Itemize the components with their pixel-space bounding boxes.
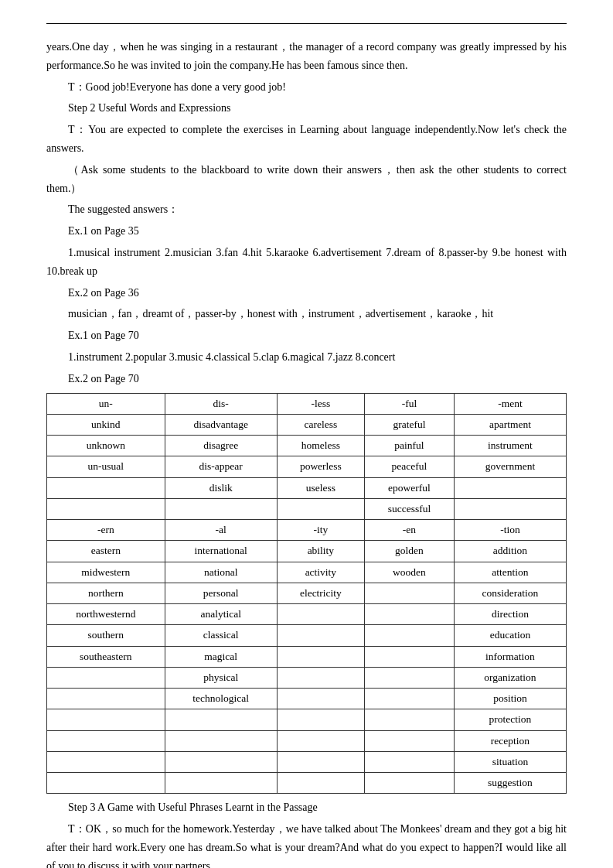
- table-cell: [165, 730, 277, 751]
- table-cell: [47, 709, 165, 730]
- table-cell: eastern: [47, 541, 165, 562]
- table-cell: classical: [165, 625, 277, 646]
- table-cell: apartment: [454, 414, 566, 435]
- ex1-p35-content: 1.musical instrument 2.musician 3.fan 4.…: [46, 244, 567, 281]
- table-cell: [165, 498, 277, 519]
- table-cell: dis-: [165, 393, 277, 414]
- table-cell: southeastern: [47, 646, 165, 667]
- table-cell: ability: [277, 541, 364, 562]
- ex1-p70-title: Ex.1 on Page 70: [46, 326, 567, 345]
- table-cell: -ment: [454, 393, 566, 414]
- table-cell: unknown: [47, 436, 165, 456]
- table-cell: [277, 625, 364, 646]
- table-cell: instrument: [454, 436, 566, 456]
- table-cell: -tion: [454, 520, 566, 541]
- table-cell: powerless: [277, 456, 364, 477]
- table-cell: addition: [454, 541, 566, 562]
- table-cell: activity: [277, 562, 364, 583]
- table-cell: personal: [165, 583, 277, 603]
- table-cell: government: [454, 456, 566, 477]
- table-cell: [47, 477, 165, 498]
- table-cell: [365, 625, 455, 646]
- table-cell: [277, 773, 364, 794]
- table-cell: [365, 583, 455, 603]
- table-cell: [47, 689, 165, 709]
- table-cell: [365, 751, 455, 772]
- table-cell: un-usual: [47, 456, 165, 477]
- t3-line: T：OK，so much for the homework.Yesterday，…: [46, 820, 567, 868]
- table-cell: physical: [165, 667, 277, 688]
- table-cell: analytical: [165, 604, 277, 625]
- table-cell: electricity: [277, 583, 364, 603]
- table-cell: dis-appear: [165, 456, 277, 477]
- suggested-answers-label: The suggested answers：: [46, 200, 567, 219]
- table-cell: [47, 773, 165, 794]
- ex1-p70-content: 1.instrument 2.popular 3.music 4.classic…: [46, 348, 567, 367]
- table-cell: grateful: [365, 414, 455, 435]
- table-cell: position: [454, 689, 566, 709]
- ex1-p35-title: Ex.1 on Page 35: [46, 222, 567, 241]
- table-cell: [277, 709, 364, 730]
- table-cell: direction: [454, 604, 566, 625]
- table-cell: [277, 730, 364, 751]
- table-cell: painful: [365, 436, 455, 456]
- table-cell: situation: [454, 751, 566, 772]
- t1-line: T：Good job!Everyone has done a very good…: [46, 78, 567, 97]
- table-cell: southern: [47, 625, 165, 646]
- table-cell: consideration: [454, 583, 566, 603]
- table-cell: [165, 751, 277, 772]
- table-cell: [165, 773, 277, 794]
- table-cell: disagree: [165, 436, 277, 456]
- table-cell: disadvantage: [165, 414, 277, 435]
- top-divider: [46, 23, 567, 24]
- table-cell: [454, 498, 566, 519]
- table-cell: protection: [454, 709, 566, 730]
- table-cell: [365, 604, 455, 625]
- table-cell: northwesternd: [47, 604, 165, 625]
- table-cell: organization: [454, 667, 566, 688]
- table-cell: -ity: [277, 520, 364, 541]
- table-cell: [47, 751, 165, 772]
- intro-paragraph: years.One day，when he was singing in a r…: [46, 38, 567, 75]
- table-cell: un-: [47, 393, 165, 414]
- table-cell: [165, 709, 277, 730]
- table-cell: [365, 646, 455, 667]
- table-cell: -ful: [365, 393, 455, 414]
- table-cell: [365, 709, 455, 730]
- table-cell: careless: [277, 414, 364, 435]
- table-cell: [365, 667, 455, 688]
- table-cell: [277, 604, 364, 625]
- table-cell: [47, 730, 165, 751]
- table-cell: [277, 646, 364, 667]
- step2-title: Step 2 Useful Words and Expressions: [46, 99, 567, 118]
- table-cell: magical: [165, 646, 277, 667]
- table-cell: midwestern: [47, 562, 165, 583]
- table-cell: [365, 689, 455, 709]
- paren1-line: （Ask some students to the blackboard to …: [46, 161, 567, 198]
- ex2-p36-title: Ex.2 on Page 36: [46, 284, 567, 302]
- table-cell: [277, 689, 364, 709]
- t2-line: T：You are expected to complete the exerc…: [46, 121, 567, 158]
- table-cell: [277, 498, 364, 519]
- table-cell: successful: [365, 498, 455, 519]
- table-cell: national: [165, 562, 277, 583]
- table-cell: -ern: [47, 520, 165, 541]
- table-cell: [277, 667, 364, 688]
- table-cell: [365, 730, 455, 751]
- table-cell: reception: [454, 730, 566, 751]
- table-cell: technological: [165, 689, 277, 709]
- ex2-p36-content: musician，fan，dreamt of，passer-by，honest …: [46, 305, 567, 323]
- step3-title: Step 3 A Game with Useful Phrases Learnt…: [46, 798, 567, 817]
- table-cell: international: [165, 541, 277, 562]
- table-cell: [277, 751, 364, 772]
- table-cell: suggestion: [454, 773, 566, 794]
- ex2-p70-title: Ex.2 on Page 70: [46, 370, 567, 388]
- table-cell: [47, 667, 165, 688]
- table-cell: [365, 773, 455, 794]
- table-cell: golden: [365, 541, 455, 562]
- table-cell: epowerful: [365, 477, 455, 498]
- table-cell: northern: [47, 583, 165, 603]
- table-cell: unkind: [47, 414, 165, 435]
- table-cell: -less: [277, 393, 364, 414]
- table-cell: attention: [454, 562, 566, 583]
